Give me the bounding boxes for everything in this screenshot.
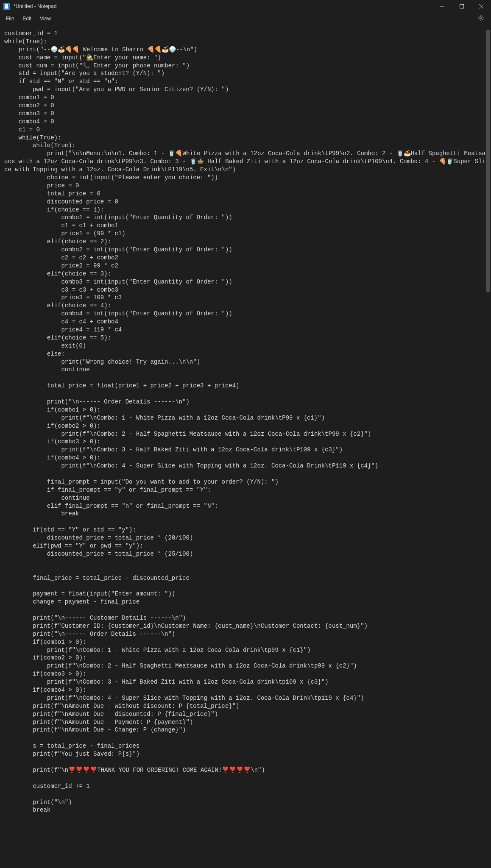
editor-area[interactable]: customer_id = 1 while(True): print("--🍚🍝… <box>0 25 491 868</box>
menubar: File Edit View <box>0 13 491 25</box>
notepad-app-icon <box>3 3 10 10</box>
titlebar: *Untitled - Notepad <box>0 0 491 13</box>
titlebar-left: *Untitled - Notepad <box>3 3 56 10</box>
svg-rect-5 <box>460 5 464 8</box>
svg-point-8 <box>480 17 482 19</box>
menu-view[interactable]: View <box>36 14 55 23</box>
minimize-button[interactable] <box>432 0 452 13</box>
maximize-button[interactable] <box>452 0 471 13</box>
code-text[interactable]: customer_id = 1 while(True): print("--🍚🍝… <box>0 25 491 819</box>
settings-gear-icon[interactable] <box>474 13 488 25</box>
menu-file[interactable]: File <box>2 14 18 23</box>
close-button[interactable] <box>471 0 491 13</box>
window-controls <box>432 0 491 13</box>
scrollbar-thumb[interactable] <box>486 30 490 292</box>
menu-edit[interactable]: Edit <box>18 14 36 23</box>
window-title: *Untitled - Notepad <box>14 3 56 9</box>
svg-rect-0 <box>5 4 8 9</box>
scrollbar-track[interactable] <box>486 30 490 863</box>
